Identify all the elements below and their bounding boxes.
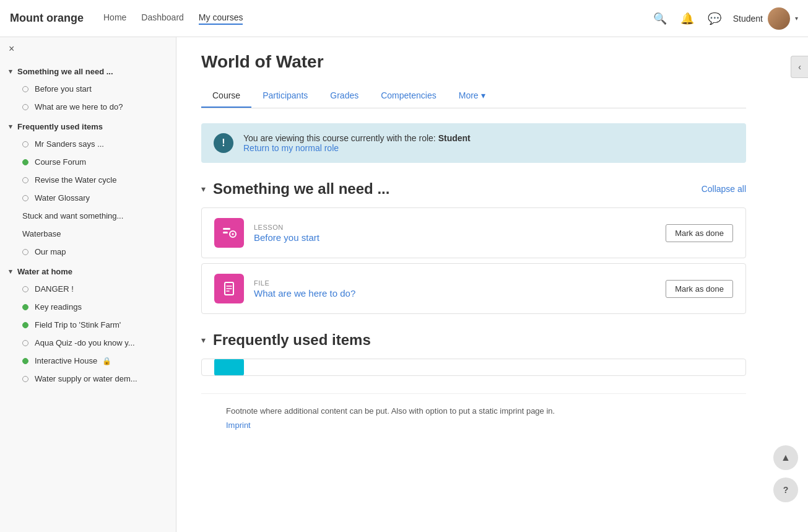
sidebar-section-title: Something we all need ... bbox=[17, 67, 113, 76]
completion-dot bbox=[22, 376, 28, 382]
sidebar-section-water-at-home[interactable]: ▾ Water at home bbox=[0, 261, 176, 280]
tab-more[interactable]: More ▾ bbox=[448, 84, 497, 108]
sidebar-item-what-are-we-here[interactable]: What are we here to do? bbox=[0, 98, 176, 116]
sidebar-item-aqua-quiz[interactable]: Aqua Quiz -do you know y... bbox=[0, 334, 176, 352]
sidebar-item-key-readings[interactable]: Key readings bbox=[0, 298, 176, 316]
course-tabs: Course Participants Grades Competencies … bbox=[201, 84, 746, 108]
close-sidebar-button[interactable]: × bbox=[0, 37, 176, 61]
lock-icon: 🔒 bbox=[102, 357, 111, 365]
section-title-freq: Frequently used items bbox=[213, 331, 371, 349]
course-title: World of Water bbox=[201, 52, 746, 72]
return-role-link[interactable]: Return to my normal role bbox=[243, 143, 339, 153]
sidebar-item-our-map[interactable]: Our map bbox=[0, 243, 176, 261]
activity-name-before-you-start[interactable]: Before you start bbox=[254, 232, 319, 243]
section-header: ▾ Something we all need ... Collapse all bbox=[201, 180, 746, 198]
info-icon: ! bbox=[214, 133, 233, 153]
tab-course[interactable]: Course bbox=[201, 84, 251, 108]
sidebar-section-something-we-all-need[interactable]: ▾ Something we all need ... bbox=[0, 61, 176, 80]
content-area: ‹ World of Water Course Participants Gra… bbox=[176, 37, 808, 532]
nav-dashboard[interactable]: Dashboard bbox=[141, 12, 184, 25]
section-title-row-freq: ▾ Frequently used items bbox=[201, 331, 371, 349]
file-icon bbox=[214, 274, 244, 303]
completion-dot bbox=[22, 177, 28, 183]
sidebar-item-danger[interactable]: DANGER ! bbox=[0, 280, 176, 298]
completion-dot bbox=[22, 340, 28, 346]
activity-card-what-are-we-here: FILE What are we here to do? Mark as don… bbox=[201, 263, 746, 314]
sidebar-item-before-you-start[interactable]: Before you start bbox=[0, 80, 176, 98]
chat-icon[interactable]: 💬 bbox=[706, 10, 723, 27]
completion-dot-filled bbox=[22, 358, 28, 364]
nav-right: 🔍 🔔 💬 Student ▾ bbox=[651, 7, 798, 30]
activity-card-partial bbox=[201, 359, 746, 376]
tab-participants[interactable]: Participants bbox=[251, 84, 319, 108]
lesson-icon bbox=[214, 218, 244, 248]
role-info-banner: ! You are viewing this course currently … bbox=[201, 123, 746, 163]
chevron-down-icon: ▾ bbox=[795, 15, 798, 22]
sidebar-item-stuck[interactable]: Stuck and want something... bbox=[0, 207, 176, 225]
brand-logo[interactable]: Mount orange bbox=[10, 12, 84, 25]
sidebar-item-revise-water-cycle[interactable]: Revise the Water cycle bbox=[0, 171, 176, 189]
completion-dot bbox=[22, 195, 28, 201]
footer: Footnote where additional content can be… bbox=[201, 393, 746, 442]
chevron-down-icon: ▾ bbox=[9, 68, 12, 76]
completion-dot bbox=[22, 249, 28, 255]
mark-done-button-what-are-we-here[interactable]: Mark as done bbox=[666, 280, 733, 298]
section-title: Something we all need ... bbox=[213, 180, 389, 198]
activity-type: LESSON bbox=[254, 224, 666, 231]
svg-rect-1 bbox=[223, 232, 228, 233]
bell-icon[interactable]: 🔔 bbox=[679, 10, 696, 27]
activity-info: FILE What are we here to do? bbox=[254, 279, 666, 299]
activity-type: FILE bbox=[254, 279, 666, 287]
activity-card-before-you-start: LESSON Before you start Mark as done bbox=[201, 207, 746, 258]
chevron-down-icon: ▾ bbox=[9, 268, 12, 276]
content-inner: World of Water Course Participants Grade… bbox=[176, 37, 771, 457]
nav-home[interactable]: Home bbox=[103, 12, 126, 25]
user-menu[interactable]: Student ▾ bbox=[733, 7, 798, 30]
sidebar-item-field-trip[interactable]: Field Trip to 'Stink Farm' bbox=[0, 316, 176, 334]
tab-grades[interactable]: Grades bbox=[319, 84, 370, 108]
completion-dot-filled bbox=[22, 159, 28, 165]
completion-dot bbox=[22, 86, 28, 92]
completion-dot bbox=[22, 141, 28, 147]
section-collapse-icon[interactable]: ▾ bbox=[201, 335, 206, 345]
sidebar-section-title: Water at home bbox=[17, 267, 72, 276]
completion-dot bbox=[22, 104, 28, 110]
collapse-panel-button[interactable]: ‹ bbox=[791, 56, 808, 78]
activity-name-what-are-we-here[interactable]: What are we here to do? bbox=[254, 288, 355, 299]
nav-my-courses[interactable]: My courses bbox=[199, 12, 243, 25]
section-header-freq: ▾ Frequently used items bbox=[201, 331, 746, 349]
completion-dot bbox=[22, 286, 28, 292]
avatar bbox=[768, 7, 790, 30]
search-icon[interactable]: 🔍 bbox=[651, 10, 669, 27]
section-something-we-all-need: ▾ Something we all need ... Collapse all bbox=[201, 180, 746, 314]
forum-icon-partial bbox=[214, 359, 244, 376]
sidebar-section-title: Frequently used items bbox=[17, 122, 103, 131]
tab-competencies[interactable]: Competencies bbox=[370, 84, 448, 108]
sidebar-item-interactive-house[interactable]: Interactive House 🔒 bbox=[0, 352, 176, 370]
section-title-row: ▾ Something we all need ... bbox=[201, 180, 389, 198]
sidebar-item-water-glossary[interactable]: Water Glossary bbox=[0, 189, 176, 207]
sidebar-item-course-forum[interactable]: Course Forum bbox=[0, 153, 176, 171]
username: Student bbox=[733, 14, 763, 24]
chevron-down-icon: ▾ bbox=[9, 123, 12, 131]
banner-text: You are viewing this course currently wi… bbox=[243, 133, 471, 153]
section-frequently-used-items: ▾ Frequently used items bbox=[201, 331, 746, 376]
sidebar-item-waterbase[interactable]: Waterbase bbox=[0, 225, 176, 243]
scroll-up-button[interactable]: ▲ bbox=[773, 445, 798, 470]
sidebar-item-mr-sanders[interactable]: Mr Sanders says ... bbox=[0, 135, 176, 153]
completion-dot-filled bbox=[22, 304, 28, 310]
imprint-link[interactable]: Imprint bbox=[226, 421, 721, 430]
section-collapse-icon[interactable]: ▾ bbox=[201, 184, 206, 194]
activity-info: LESSON Before you start bbox=[254, 224, 666, 243]
mark-done-button-before-you-start[interactable]: Mark as done bbox=[666, 224, 733, 242]
completion-dot-filled bbox=[22, 322, 28, 328]
footer-text: Footnote where additional content can be… bbox=[226, 406, 555, 416]
sidebar-section-frequently-used[interactable]: ▾ Frequently used items bbox=[0, 116, 176, 135]
collapse-all-button[interactable]: Collapse all bbox=[702, 184, 746, 194]
sidebar: × ▾ Something we all need ... Before you… bbox=[0, 37, 176, 532]
top-navigation: Mount orange Home Dashboard My courses 🔍… bbox=[0, 0, 808, 37]
help-button[interactable]: ? bbox=[773, 477, 798, 502]
sidebar-item-water-supply[interactable]: Water supply or water dem... bbox=[0, 370, 176, 388]
svg-rect-0 bbox=[223, 228, 230, 230]
nav-links: Home Dashboard My courses bbox=[103, 12, 243, 25]
